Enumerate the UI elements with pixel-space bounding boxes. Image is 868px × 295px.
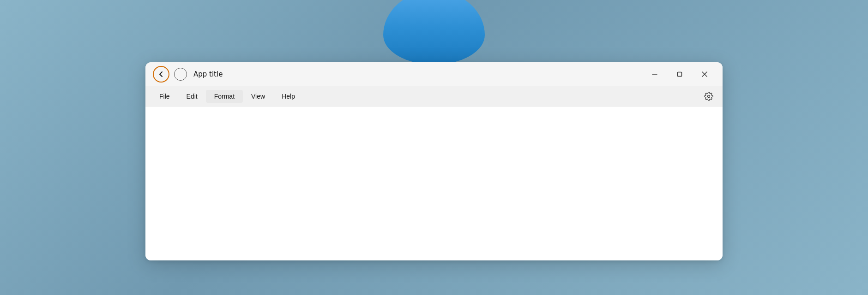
menu-item-view[interactable]: View: [243, 90, 273, 103]
back-button[interactable]: [153, 66, 169, 83]
titlebar-controls: [644, 67, 715, 82]
dome-decoration: [383, 0, 485, 65]
circle-button[interactable]: [174, 68, 187, 81]
app-title: App title: [193, 70, 223, 78]
menubar: File Edit Format View Help: [145, 86, 723, 106]
maximize-button[interactable]: [669, 67, 690, 82]
app-window: App title File Edi: [145, 62, 723, 260]
close-icon: [702, 71, 707, 77]
gear-icon: [704, 92, 713, 101]
content-area: [145, 106, 723, 260]
menu-item-format[interactable]: Format: [206, 90, 243, 103]
menu-item-help[interactable]: Help: [273, 90, 303, 103]
titlebar: App title: [145, 62, 723, 86]
settings-button[interactable]: [700, 88, 717, 105]
menu-item-edit[interactable]: Edit: [178, 90, 206, 103]
svg-point-4: [708, 95, 710, 97]
minimize-button[interactable]: [644, 67, 665, 82]
maximize-icon: [677, 71, 682, 77]
close-button[interactable]: [694, 67, 715, 82]
titlebar-left: App title: [153, 66, 644, 83]
svg-rect-1: [678, 72, 682, 76]
menu-item-file[interactable]: File: [151, 90, 178, 103]
minimize-icon: [652, 71, 657, 77]
menubar-items: File Edit Format View Help: [151, 90, 700, 103]
menubar-right: [700, 88, 717, 105]
back-arrow-icon: [157, 71, 165, 78]
